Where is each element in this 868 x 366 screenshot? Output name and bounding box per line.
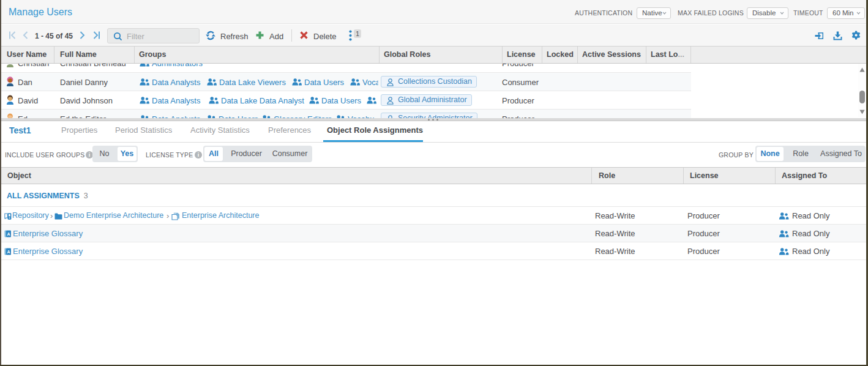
svg-text:A: A [7, 232, 10, 236]
svg-text:A: A [7, 250, 10, 254]
